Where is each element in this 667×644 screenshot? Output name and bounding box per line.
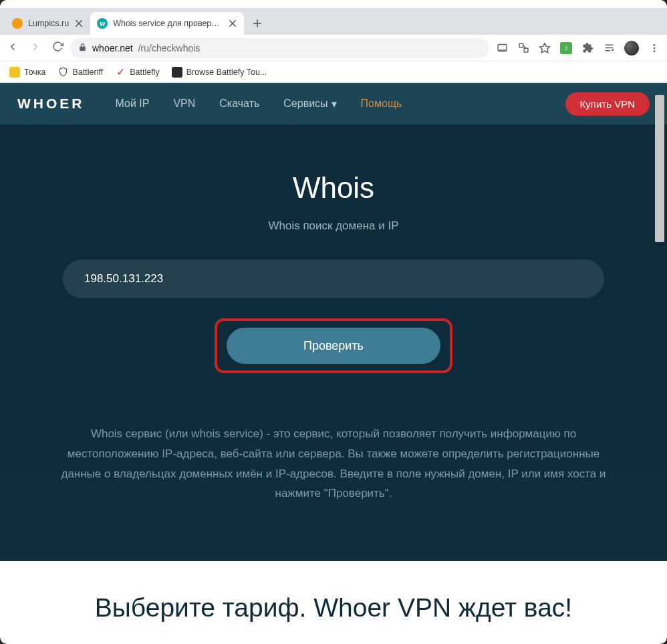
bookmark-battleriff[interactable]: Battleriff <box>58 67 104 78</box>
address-bar[interactable]: whoer.net/ru/checkwhois <box>70 38 489 58</box>
pricing-heading: Выберите тариф. Whoer VPN ждет вас! <box>13 593 654 623</box>
new-tab-button[interactable] <box>248 14 267 33</box>
buy-vpn-button[interactable]: Купить VPN <box>565 92 650 116</box>
tab-title: Lumpics.ru <box>28 19 69 28</box>
bookmark-label: Battlefly <box>130 68 159 77</box>
chevron-down-icon: ▾ <box>331 98 337 110</box>
url-path: /ru/checkwhois <box>138 43 201 53</box>
page-content: WHOER Мой IP VPN Скачать Сервисы ▾ Помощ… <box>0 83 667 644</box>
menu-icon[interactable] <box>648 42 660 54</box>
logo[interactable]: WHOER <box>17 96 85 112</box>
translate-icon[interactable] <box>517 42 529 54</box>
svg-marker-15 <box>540 43 550 52</box>
highlight-annotation: Проверить <box>215 318 452 373</box>
tab-whois[interactable]: w Whois service для проверки дом... <box>90 12 244 35</box>
nav-label: Сервисы <box>283 98 327 110</box>
svg-point-19 <box>654 44 656 46</box>
nav-vpn[interactable]: VPN <box>162 98 206 110</box>
tab-strip: Lumpics.ru w Whois service для проверки … <box>0 8 667 35</box>
nav-services[interactable]: Сервисы ▾ <box>273 98 347 110</box>
bookmark-label: Battleriff <box>73 68 104 77</box>
bookmark-icon: ✓ <box>115 67 126 78</box>
cast-icon[interactable] <box>496 42 508 54</box>
service-description: Whois сервис (или whois service) - это с… <box>53 424 614 504</box>
favicon-lumpics <box>12 18 23 29</box>
site-header: WHOER Мой IP VPN Скачать Сервисы ▾ Помощ… <box>0 83 667 124</box>
close-icon[interactable] <box>74 19 84 28</box>
svg-point-21 <box>654 50 656 52</box>
back-button[interactable] <box>7 41 19 56</box>
bookmarks-bar: Точка Battleriff ✓Battlefly Browse Battl… <box>0 62 667 83</box>
bookmark-battlefly[interactable]: ✓Battlefly <box>115 67 159 78</box>
star-icon[interactable] <box>539 42 551 54</box>
svg-rect-12 <box>519 43 523 47</box>
nav-help[interactable]: Помощь <box>350 98 413 110</box>
pricing-section: Выберите тариф. Whoer VPN ждет вас! <box>0 561 667 623</box>
bookmark-tochka[interactable]: Точка <box>9 67 46 78</box>
bookmark-icon <box>9 67 20 78</box>
bookmark-label: Точка <box>24 68 46 77</box>
close-icon[interactable] <box>228 19 237 28</box>
check-button[interactable]: Проверить <box>227 328 440 364</box>
extension-music-icon[interactable]: ♪ <box>560 42 572 54</box>
bookmark-icon <box>58 67 69 78</box>
tab-lumpics[interactable]: Lumpics.ru <box>5 12 90 35</box>
svg-point-20 <box>654 47 656 49</box>
nav-download[interactable]: Скачать <box>209 98 270 110</box>
svg-rect-13 <box>524 48 528 52</box>
whois-input[interactable] <box>63 259 604 298</box>
lock-icon <box>78 43 87 53</box>
bookmark-icon <box>172 67 182 78</box>
forward-button <box>29 41 41 56</box>
hero-section: Whois Whois поиск домена и IP Проверить … <box>0 124 667 561</box>
bookmark-battlefy[interactable]: Browse Battlefy Tou... <box>172 67 267 78</box>
tab-title: Whois service для проверки дом... <box>113 19 223 28</box>
url-host: whoer.net <box>92 43 133 53</box>
nav-my-ip[interactable]: Мой IP <box>105 98 160 110</box>
reading-list-icon[interactable] <box>603 42 615 54</box>
profile-avatar[interactable] <box>624 41 639 56</box>
page-subtitle: Whois поиск домена и IP <box>27 219 640 233</box>
page-title: Whois <box>27 171 640 205</box>
scrollbar[interactable] <box>655 95 664 639</box>
bookmark-label: Browse Battlefy Tou... <box>186 68 267 77</box>
titlebar <box>0 0 667 8</box>
scrollbar-thumb[interactable] <box>655 95 664 242</box>
reload-button[interactable] <box>52 41 63 55</box>
favicon-whoer: w <box>97 18 108 29</box>
browser-toolbar: whoer.net/ru/checkwhois ♪ <box>0 35 667 62</box>
extensions-icon[interactable] <box>581 42 593 54</box>
